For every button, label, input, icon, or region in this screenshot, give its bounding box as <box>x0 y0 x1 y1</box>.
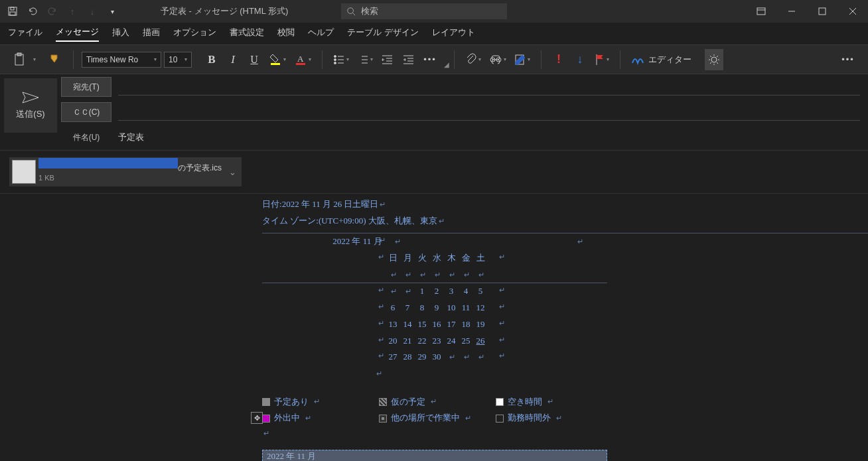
calendar-title: 2022 年 11 月 <box>332 236 382 246</box>
save-icon[interactable] <box>4 3 21 20</box>
legend-oof: 外出中↵ <box>262 410 379 427</box>
attachment-size: 1 KB <box>38 174 222 182</box>
tz-label: タイム ゾーン: <box>262 213 319 230</box>
immersive-reader-icon[interactable] <box>705 49 723 70</box>
cc-input[interactable] <box>118 103 860 121</box>
to-button[interactable]: 宛先(T) <box>61 77 111 97</box>
attachment-name: の予定表.ics <box>178 163 222 174</box>
font-color-button[interactable]: A▾ <box>291 49 314 70</box>
message-body[interactable]: 日付: 2022 年 11 月 26 日土曜日 ↵ タイム ゾーン: (UTC+… <box>0 194 868 461</box>
more-para-icon[interactable]: ••• <box>421 49 439 70</box>
legend-outside: 勤務時間外↵ <box>496 410 613 427</box>
qat-customize-icon[interactable]: ▾ <box>104 3 121 20</box>
importance-high-icon[interactable]: ! <box>549 49 568 70</box>
subject-input[interactable]: 予定表 <box>118 131 144 143</box>
tab-message[interactable]: メッセージ <box>56 26 99 42</box>
tab-format[interactable]: 書式設定 <box>230 27 264 41</box>
up-arrow-icon: ↑ <box>64 3 81 20</box>
svg-rect-2 <box>10 12 15 15</box>
svg-rect-1 <box>11 7 14 10</box>
subject-label: 件名(U) <box>61 132 111 143</box>
tab-table-design[interactable]: テーブル デザイン <box>347 27 419 41</box>
redacted-text <box>38 158 178 168</box>
send-button[interactable]: 送信(S) <box>4 78 57 133</box>
underline-button[interactable]: U <box>245 49 263 70</box>
date-value: 2022 年 11 月 26 日土曜日 <box>282 196 379 213</box>
chevron-down-icon[interactable]: ▾ <box>33 56 36 62</box>
ribbon-display-icon[interactable] <box>746 0 776 23</box>
font-name-select[interactable]: Times New Ro▾ <box>82 52 161 68</box>
legend-elsewhere: 他の場所で作業中↵ <box>379 410 496 427</box>
schedule-table-header: 2022 年 11 月 <box>262 450 607 461</box>
svg-rect-4 <box>757 8 765 15</box>
search-placeholder: 検索 <box>361 5 378 17</box>
window-title: 予定表 - メッセージ (HTML 形式) <box>161 5 288 17</box>
bold-button[interactable]: B <box>202 49 221 70</box>
editor-button[interactable]: エディター <box>628 49 694 70</box>
tab-review[interactable]: 校閲 <box>277 27 295 41</box>
indent-button[interactable] <box>399 49 418 70</box>
dialog-launcher-icon[interactable]: ◢ <box>442 60 451 70</box>
tab-layout[interactable]: レイアウト <box>432 27 475 41</box>
editor-icon <box>631 54 644 66</box>
svg-rect-7 <box>17 53 21 56</box>
flag-icon[interactable]: ▾ <box>592 49 612 70</box>
svg-point-3 <box>348 8 354 14</box>
cc-button[interactable]: ＣＣ(C) <box>61 102 111 122</box>
bullets-button[interactable]: ▾ <box>330 49 352 70</box>
svg-text:A: A <box>297 54 304 64</box>
svg-rect-8 <box>271 63 280 65</box>
format-painter-icon[interactable] <box>46 49 65 70</box>
legend-tentative: 仮の予定↵ <box>379 394 496 411</box>
table-move-handle-icon[interactable]: ✥ <box>251 412 263 424</box>
calendar-dow-row: ↵日↵月↵火↵水↵木↵金↵土↵↵ <box>262 250 607 283</box>
importance-low-icon[interactable]: ↓ <box>571 49 589 70</box>
tab-help[interactable]: ヘルプ <box>308 27 334 41</box>
ribbon-overflow-icon[interactable]: ••• <box>839 49 857 70</box>
legend-busy: 予定あり↵ <box>262 394 379 411</box>
calendar-file-icon <box>12 160 36 184</box>
svg-rect-5 <box>819 8 826 15</box>
highlight-button[interactable]: ▾ <box>266 49 289 70</box>
outdent-button[interactable] <box>378 49 397 70</box>
tab-options[interactable]: オプション <box>173 27 216 41</box>
font-size-select[interactable]: 10▾ <box>164 52 192 68</box>
signature-icon[interactable]: ▾ <box>512 49 533 70</box>
svg-rect-10 <box>296 63 305 65</box>
svg-point-11 <box>334 55 336 57</box>
date-label: 日付: <box>262 196 282 213</box>
calendar-grid: ↵↵↵12345↵↵6789101112↵↵13141516171819↵↵20… <box>262 283 868 365</box>
svg-point-13 <box>334 62 336 64</box>
tab-draw[interactable]: 描画 <box>143 27 160 41</box>
close-icon[interactable] <box>837 0 868 23</box>
link-icon[interactable]: ▾ <box>486 49 509 70</box>
send-icon <box>21 91 40 104</box>
attach-file-icon[interactable]: ▾ <box>463 49 484 70</box>
attachment-item[interactable]: の予定表.ics 1 KB ⌄ <box>9 157 242 186</box>
search-input[interactable]: 検索 <box>341 3 507 19</box>
chevron-down-icon[interactable]: ⌄ <box>229 167 236 177</box>
search-icon <box>346 7 356 16</box>
undo-icon[interactable] <box>24 3 41 20</box>
maximize-icon[interactable] <box>807 0 837 23</box>
minimize-icon[interactable] <box>776 0 807 23</box>
svg-point-12 <box>334 58 336 60</box>
tab-file[interactable]: ファイル <box>8 27 42 41</box>
tz-value: (UTC+09:00) 大阪、札幌、東京 <box>319 213 437 230</box>
numbering-button[interactable]: ▾ <box>354 49 376 70</box>
to-input[interactable] <box>118 78 860 96</box>
redo-icon <box>44 3 61 20</box>
tab-insert[interactable]: 挿入 <box>112 27 129 41</box>
italic-button[interactable]: I <box>224 49 242 70</box>
svg-point-17 <box>711 57 717 62</box>
paste-icon[interactable] <box>11 49 29 70</box>
legend-free: 空き時間↵ <box>496 394 613 411</box>
down-arrow-icon: ↓ <box>84 3 101 20</box>
